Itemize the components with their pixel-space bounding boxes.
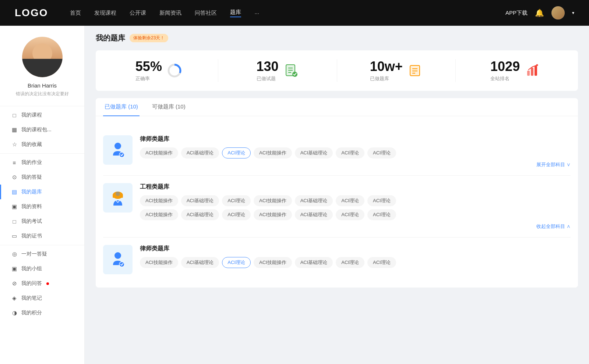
tag-active[interactable]: ACI理论: [222, 257, 251, 268]
tag[interactable]: ACI理论: [367, 209, 396, 220]
svg-point-21: [116, 192, 120, 196]
qbank-list: 律师类题库 ACI技能操作 ACI基础理论 ACI理论 ACI技能操作 ACI基…: [96, 122, 578, 288]
sidebar-item-my-course[interactable]: □ 我的课程: [0, 108, 84, 122]
tag[interactable]: ACI基础理论: [181, 257, 219, 268]
qbank-content-lawyer-1: 律师类题库 ACI技能操作 ACI基础理论 ACI理论 ACI技能操作 ACI基…: [140, 135, 571, 168]
tag[interactable]: ACI理论: [222, 195, 251, 206]
engineer-icon-wrap: [103, 183, 133, 213]
page-title: 我的题库: [96, 33, 125, 43]
app-download-button[interactable]: APP下载: [505, 10, 528, 17]
question-bank-icon: ▤: [11, 189, 18, 195]
certificate-icon: ▭: [11, 233, 18, 239]
tag-active[interactable]: ACI理论: [222, 147, 251, 158]
sidebar-item-course-package[interactable]: ▦ 我的课程包...: [0, 122, 84, 137]
nav-discover[interactable]: 发现课程: [94, 10, 116, 17]
tags-row-engineer-2: ACI技能操作 ACI基础理论 ACI理论 ACI技能操作 ACI基础理论 AC…: [140, 209, 571, 220]
tag[interactable]: ACI基础理论: [295, 257, 333, 268]
tag[interactable]: ACI技能操作: [254, 195, 292, 206]
navbar-right: APP下载 🔔 ▾: [505, 6, 574, 19]
qbank-title-lawyer-2: 律师类题库: [140, 245, 571, 253]
expand-link-lawyer-1[interactable]: 展开全部科目 ∨: [140, 161, 571, 168]
qbank-title-lawyer-1: 律师类题库: [140, 135, 571, 143]
nav-links: 首页 发现课程 公开课 新闻资讯 问答社区 题库 ···: [70, 9, 505, 17]
tag[interactable]: ACI理论: [222, 209, 251, 220]
qa-icon: ⊙: [11, 174, 18, 181]
stat-ranking-label: 全站排名: [490, 75, 520, 82]
tag[interactable]: ACI理论: [336, 195, 364, 206]
page-wrapper: Brian Harris 错误的决定比没有决定要好 □ 我的课程 ▦ 我的课程包…: [0, 0, 589, 364]
tag[interactable]: ACI理论: [336, 257, 364, 268]
nav-home[interactable]: 首页: [70, 10, 81, 17]
nav-open-course[interactable]: 公开课: [130, 10, 146, 17]
sidebar-item-my-qa[interactable]: ⊘ 我的问答: [0, 276, 84, 291]
qbank-content-engineer: 工程类题库 ACI技能操作 ACI基础理论 ACI理论 ACI技能操作 ACI基…: [140, 183, 571, 230]
lawyer-icon-wrap-2: [103, 245, 133, 274]
nav-news[interactable]: 新闻资讯: [159, 10, 181, 17]
sidebar-item-exam[interactable]: □ 我的考试: [0, 214, 84, 229]
svg-point-18: [119, 152, 124, 157]
tag[interactable]: ACI基础理论: [181, 147, 219, 158]
user-avatar-nav[interactable]: [551, 6, 565, 19]
sidebar-item-question-bank[interactable]: ▤ 我的题库: [0, 185, 84, 199]
tag[interactable]: ACI理论: [367, 147, 396, 158]
stat-banks-value: 10w+: [370, 59, 403, 74]
sidebar-item-homework[interactable]: ≡ 我的作业: [0, 155, 84, 170]
stat-banks-done: 10w+ 已做题库: [337, 59, 456, 82]
tag[interactable]: ACI技能操作: [254, 147, 292, 158]
nav-more[interactable]: ···: [254, 10, 259, 16]
sidebar-item-favorites[interactable]: ☆ 我的收藏: [0, 137, 84, 152]
svg-rect-13: [527, 71, 530, 76]
tabs-row: 已做题库 (10) 可做题库 (10): [96, 98, 578, 116]
nav-question-bank[interactable]: 题库: [230, 9, 241, 17]
stat-accuracy-label: 正确率: [135, 75, 162, 82]
tag[interactable]: ACI基础理论: [181, 209, 219, 220]
tags-row-lawyer-2: ACI技能操作 ACI基础理论 ACI理论 ACI技能操作 ACI基础理论 AC…: [140, 257, 571, 268]
tag[interactable]: ACI基础理论: [295, 195, 333, 206]
tag[interactable]: ACI理论: [336, 209, 364, 220]
ranking-chart-icon: [525, 63, 540, 78]
course-package-icon: ▦: [11, 126, 18, 133]
user-motto: 错误的决定比没有决定要好: [16, 91, 69, 97]
tag[interactable]: ACI技能操作: [140, 257, 178, 268]
sidebar-item-tutoring[interactable]: ◎ 一对一答疑: [0, 247, 84, 261]
stat-accuracy: 55% 正确率: [99, 59, 218, 82]
user-avatar: [22, 37, 63, 77]
nav-qa[interactable]: 问答社区: [195, 10, 217, 17]
tag[interactable]: ACI技能操作: [140, 209, 178, 220]
accuracy-chart-icon: [167, 63, 182, 78]
notes-icon: ◈: [11, 295, 18, 301]
notification-bell-icon[interactable]: 🔔: [535, 8, 544, 17]
sidebar-item-certificate[interactable]: ▭ 我的证书: [0, 229, 84, 243]
logo: LOGO: [15, 7, 48, 19]
tag[interactable]: ACI技能操作: [254, 209, 292, 220]
sidebar-item-materials[interactable]: ▣ 我的资料: [0, 199, 84, 214]
tag[interactable]: ACI理论: [367, 257, 396, 268]
page-header: 我的题库 体验剩余23天！: [96, 33, 578, 43]
tab-available-banks[interactable]: 可做题库 (10): [151, 98, 187, 116]
tag[interactable]: ACI技能操作: [140, 147, 178, 158]
tags-row-engineer-1: ACI技能操作 ACI基础理论 ACI理论 ACI技能操作 ACI基础理论 AC…: [140, 195, 571, 206]
sidebar-item-points[interactable]: ◑ 我的积分: [0, 306, 84, 320]
points-icon: ◑: [11, 310, 18, 316]
navbar: LOGO 首页 发现课程 公开课 新闻资讯 问答社区 题库 ··· APP下载 …: [0, 0, 589, 26]
svg-point-24: [114, 252, 121, 259]
tag[interactable]: ACI技能操作: [140, 195, 178, 206]
homework-icon: ≡: [11, 159, 18, 166]
tag[interactable]: ACI基础理论: [181, 195, 219, 206]
tag[interactable]: ACI理论: [367, 195, 396, 206]
tab-done-banks[interactable]: 已做题库 (10): [103, 98, 140, 116]
tag[interactable]: ACI基础理论: [295, 147, 333, 158]
collapse-link-engineer[interactable]: 收起全部科目 ∧: [140, 223, 571, 230]
sidebar-item-notes[interactable]: ◈ 我的笔记: [0, 291, 84, 306]
materials-icon: ▣: [11, 203, 18, 210]
qbank-card-engineer: 工程类题库 ACI技能操作 ACI基础理论 ACI理论 ACI技能操作 ACI基…: [103, 176, 571, 238]
tag[interactable]: ACI理论: [336, 147, 364, 158]
sidebar-menu: □ 我的课程 ▦ 我的课程包... ☆ 我的收藏 ≡ 我的作业 ⊙ 我的答疑 ▤: [0, 104, 84, 320]
sidebar-item-qa[interactable]: ⊙ 我的答疑: [0, 170, 84, 185]
tag[interactable]: ACI基础理论: [295, 209, 333, 220]
tag[interactable]: ACI技能操作: [254, 257, 292, 268]
user-menu-chevron-icon[interactable]: ▾: [572, 10, 574, 15]
sidebar-item-group[interactable]: ▣ 我的小组: [0, 261, 84, 276]
star-icon: ☆: [11, 141, 18, 148]
exam-icon: □: [11, 218, 18, 225]
